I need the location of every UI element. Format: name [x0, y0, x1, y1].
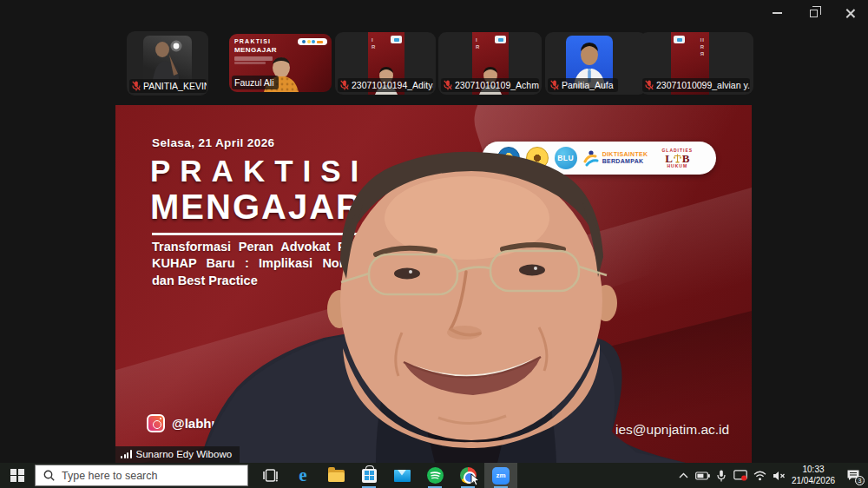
taskbar-app-chrome[interactable] [451, 463, 484, 488]
clock-time: 10:33 [790, 465, 837, 476]
audio-level-icon [121, 450, 132, 458]
taskbar-app-zoom[interactable]: zm [484, 463, 517, 488]
participant-tile[interactable]: Panitia_Aufa [545, 32, 647, 95]
search-input[interactable] [62, 470, 218, 482]
participant-name-label: 23071010099_alvian y... [642, 78, 750, 92]
camera-icon [495, 36, 506, 43]
task-view-button[interactable] [253, 463, 286, 488]
participant-tile[interactable]: IR 23071010194_Aditya ... [335, 32, 436, 95]
participant-name-label: 23071010109_Achma... [441, 78, 539, 92]
active-speaker-video[interactable]: Selasa, 21 April 2026 PRAKTISI MENGAJAR … [115, 105, 752, 463]
microsoft-store-icon [362, 469, 377, 483]
search-icon [43, 470, 55, 481]
chevron-up-icon [679, 472, 688, 478]
volume-indicator[interactable] [769, 463, 788, 488]
minimize-icon [773, 12, 782, 14]
mic-icon [717, 470, 726, 482]
participant-name: Fauzul Ali [234, 77, 274, 88]
screen-share-indicator[interactable] [731, 463, 750, 488]
taskbar-app-mail[interactable] [385, 463, 418, 488]
participant-name-label: 23071010194_Aditya ... [338, 78, 433, 92]
task-view-icon [263, 469, 278, 482]
speaker-name: Sunarno Edy Wibowo [136, 449, 233, 459]
muted-mic-icon [645, 80, 654, 90]
notification-badge: 3 [855, 476, 865, 485]
muted-mic-icon [550, 80, 559, 90]
spotify-icon [427, 467, 444, 484]
taskbar-app-store[interactable] [352, 463, 385, 488]
zoom-meeting-window: PANITIA_KEVIN PRAKTISI MENGAJAR Fauzul A… [0, 0, 868, 488]
mini-logo-pill [298, 38, 327, 45]
taskbar-app-spotify[interactable] [418, 463, 451, 488]
screen-share-icon [733, 470, 747, 481]
participant-name: Panitia_Aufa [562, 80, 614, 90]
clock-date: 21/04/2026 [790, 476, 837, 487]
speaker-name-label: Sunarno Edy Wibowo [115, 446, 240, 463]
camera-icon [674, 36, 685, 43]
battery-icon [695, 472, 710, 480]
taskbar-app-file-explorer[interactable] [319, 463, 352, 488]
windows-taskbar: e zm [0, 463, 868, 488]
participant-name: PANITIA_KEVIN [143, 81, 207, 91]
zoom-icon: zm [492, 467, 510, 485]
participant-tile[interactable]: IIRЯ 23071010099_alvian y... [640, 32, 753, 95]
taskbar-clock[interactable]: 10:33 21/04/2026 [788, 465, 838, 486]
microphone-indicator[interactable] [712, 463, 731, 488]
muted-mic-icon [444, 80, 452, 90]
restore-icon [810, 10, 818, 17]
windows-logo-icon [10, 469, 24, 483]
minimize-button[interactable] [759, 0, 795, 26]
participant-tile[interactable]: IR 23071010109_Achma... [438, 32, 542, 95]
participant-name: 23071010194_Aditya ... [352, 80, 433, 90]
action-center-button[interactable]: 3 [838, 463, 868, 488]
speaker-portrait [115, 105, 752, 463]
network-indicator[interactable] [750, 463, 769, 488]
start-button[interactable] [0, 463, 35, 488]
participant-tile[interactable]: PANITIA_KEVIN [127, 31, 208, 96]
close-button[interactable] [832, 0, 868, 26]
participant-name-label: Panitia_Aufa [548, 78, 618, 92]
window-controls [759, 0, 868, 26]
edge-icon: e [299, 466, 306, 485]
system-tray: 10:33 21/04/2026 3 [674, 463, 868, 488]
mail-icon [394, 470, 411, 482]
muted-mic-icon [340, 80, 349, 90]
participant-name: 23071010109_Achma... [455, 80, 539, 90]
close-icon [845, 9, 855, 18]
participant-name: 23071010099_alvian y... [656, 80, 750, 90]
participant-tile[interactable]: PRAKTISI MENGAJAR Fauzul Ali [229, 34, 332, 92]
file-explorer-icon [328, 470, 345, 482]
battery-indicator[interactable] [693, 463, 712, 488]
participant-name-label: Fauzul Ali [232, 76, 279, 89]
restore-button[interactable] [795, 0, 832, 26]
wifi-icon [753, 471, 766, 481]
mouse-cursor [470, 473, 480, 486]
participant-name-label: PANITIA_KEVIN [129, 79, 207, 93]
camera-icon [391, 36, 402, 43]
speaker-muted-icon [773, 471, 786, 481]
muted-mic-icon [132, 81, 141, 91]
taskbar-search[interactable] [35, 465, 248, 486]
taskbar-app-edge[interactable]: e [286, 463, 319, 488]
hidden-icons-button[interactable] [674, 463, 693, 488]
